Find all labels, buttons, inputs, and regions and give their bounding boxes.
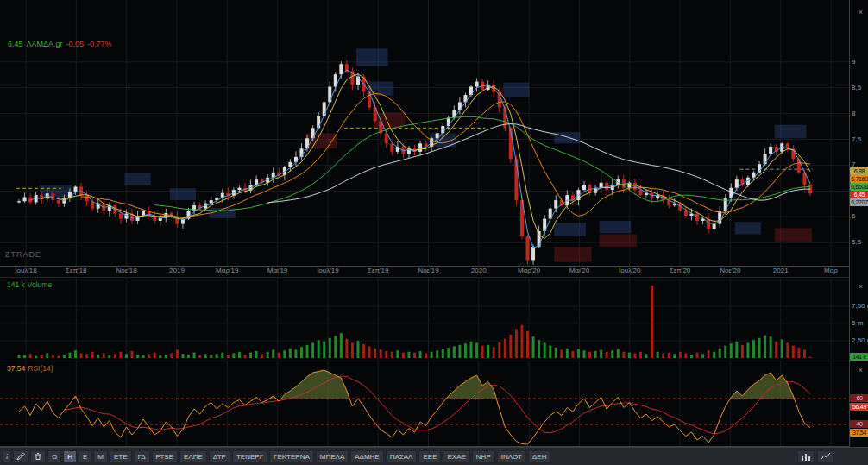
- ticker-change: -0,05: [66, 40, 85, 48]
- axis-tick-label: 5,5: [852, 238, 861, 247]
- rsi-chart[interactable]: [0, 361, 849, 447]
- price-badge: 6,6608: [850, 183, 868, 191]
- ticker-button-ΕΧΑΕ[interactable]: ΕΧΑΕ: [443, 450, 469, 463]
- date-tick-label: Σεπ'19: [368, 267, 388, 274]
- ticker-button-ΙΝΛΟΤ[interactable]: ΙΝΛΟΤ: [497, 450, 526, 463]
- volume-badge: 141 k: [850, 353, 868, 361]
- axis-tick-label: 8,5: [852, 84, 861, 92]
- date-tick-label: Μαρ: [824, 267, 838, 274]
- ticker-button-ΜΠΕΛΑ[interactable]: ΜΠΕΛΑ: [316, 450, 349, 463]
- price-badge: 6,45: [850, 191, 868, 198]
- date-tick-label: Μαρ'19: [216, 267, 238, 274]
- rsi-indicator-name: RSI(14): [28, 364, 53, 373]
- trading-chart-app: 6,45ΛΑΜΔΑ.gr-0,05-0,77% ZTRADE Ιουλ'18Σε…: [0, 0, 868, 465]
- ticker-button-FTSE[interactable]: FTSE: [152, 450, 178, 463]
- price-badge: 6,2707: [850, 198, 868, 206]
- timeframe-button-Ω[interactable]: Ω: [47, 450, 61, 463]
- ticker-button-ΔΕΗ[interactable]: ΔΕΗ: [528, 450, 550, 463]
- timeframe-button-Ε[interactable]: Ε: [79, 450, 91, 463]
- ticker-change-pct: -0,77%: [87, 40, 112, 48]
- date-tick-label: 2020: [471, 267, 487, 274]
- date-tick-label: Ιουλ'20: [619, 267, 640, 274]
- timeframe-button-Η[interactable]: Η: [63, 450, 77, 463]
- date-tick-label: 2021: [773, 267, 789, 274]
- bar-chart-icon: [801, 452, 811, 461]
- timeframe-button-Μ[interactable]: Μ: [93, 450, 108, 463]
- price-badge: 6,88: [850, 167, 868, 175]
- ztrade-watermark: ZTRADE: [5, 250, 41, 259]
- date-tick-label: Νοε'20: [720, 267, 740, 274]
- rsi-label: 37,54RSI(14): [7, 364, 53, 373]
- price-scale-axis[interactable]: 98,587,576,565,57,50 m5 m2,50 m6,886,716…: [849, 0, 868, 447]
- rsi-panel[interactable]: [0, 361, 849, 447]
- ticker-button-ΕΤΕ[interactable]: ΕΤΕ: [110, 450, 132, 463]
- axis-tick-label: 7,50 m: [852, 302, 868, 311]
- date-tick-label: Ιουλ'19: [317, 267, 338, 274]
- ticker-button-ΑΔΜΗΕ[interactable]: ΑΔΜΗΕ: [350, 450, 383, 463]
- ticker-button-ΕΛΠΕ[interactable]: ΕΛΠΕ: [179, 450, 207, 463]
- ticker-button-ΝΗΡ[interactable]: ΝΗΡ: [472, 450, 495, 463]
- volume-value: 141 k: [7, 280, 25, 289]
- volume-label: 141 kVolume: [7, 280, 52, 289]
- date-tick-label: Νοε'19: [418, 267, 438, 274]
- panel-separator: [0, 277, 868, 278]
- ticker-symbol: ΛΑΜΔΑ.gr: [27, 40, 63, 48]
- close-rsi-panel-icon[interactable]: ×: [856, 365, 865, 374]
- line-chart-icon: [821, 452, 831, 461]
- date-tick-label: Μαι'20: [569, 267, 590, 274]
- panel-separator: [0, 266, 868, 267]
- axis-tick-label: 6: [852, 212, 855, 221]
- price-badge: 6,7160: [850, 175, 868, 183]
- ticker-button-ΠΑΣΑΛ[interactable]: ΠΑΣΑΛ: [386, 450, 418, 463]
- axis-tick-label: 7,5: [852, 135, 861, 144]
- date-tick-label: 2019: [169, 267, 185, 274]
- ticker-info: 6,45ΛΑΜΔΑ.gr-0,05-0,77%: [8, 40, 116, 48]
- volume-panel[interactable]: [0, 278, 849, 360]
- rsi-level-badge: 40: [850, 420, 868, 428]
- info-button[interactable]: i: [3, 450, 11, 463]
- date-tick-label: Σεπ'18: [66, 267, 86, 274]
- rsi-value: 37,54: [7, 364, 25, 373]
- volume-chart[interactable]: [0, 278, 849, 360]
- close-price-panel-icon[interactable]: ×: [856, 7, 865, 16]
- date-tick-label: Μαρ'20: [518, 267, 540, 274]
- ticker-button-ΔΤΡ[interactable]: ΔΤΡ: [209, 450, 230, 463]
- bottom-toolbar: iΩΗΕΜΕΤΕΓΔFTSEΕΛΠΕΔΤΡΤΕΝΕΡΓΓΕΚΤΕΡΝΑΜΠΕΛΑ…: [0, 447, 868, 465]
- volume-indicator-name: Volume: [28, 280, 52, 289]
- ticker-button-ΤΕΝΕΡΓ[interactable]: ΤΕΝΕΡΓ: [232, 450, 267, 463]
- date-tick-label: Ιουλ'18: [15, 267, 36, 274]
- candlestick-chart[interactable]: [0, 0, 849, 266]
- date-axis[interactable]: Ιουλ'18Σεπ'18Νοε'182019Μαρ'19Μαι'19Ιουλ'…: [0, 267, 849, 277]
- axis-tick-label: 9: [852, 58, 855, 66]
- pencil-icon: [16, 452, 25, 461]
- line-chart-view-button[interactable]: [817, 450, 834, 463]
- panel-separator: [0, 361, 868, 361]
- date-tick-label: Σεπ'20: [670, 267, 690, 274]
- ticker-button-ΕΕΕ[interactable]: ΕΕΕ: [418, 450, 441, 463]
- trash-icon: [34, 452, 42, 461]
- ticker-button-ΓΕΚΤΕΡΝΑ[interactable]: ΓΕΚΤΕΡΝΑ: [269, 450, 314, 463]
- axis-tick-label: 8: [852, 110, 855, 118]
- axis-tick-label: 2,50 m: [852, 336, 868, 345]
- date-tick-label: Μαι'19: [267, 267, 288, 274]
- rsi-level-badge: 60: [850, 394, 868, 402]
- price-chart-panel[interactable]: 6,45ΛΑΜΔΑ.gr-0,05-0,77% ZTRADE: [0, 0, 849, 266]
- delete-drawing-button[interactable]: [30, 450, 46, 463]
- rsi-badge: 56,49: [850, 403, 868, 411]
- close-volume-panel-icon[interactable]: ×: [856, 281, 865, 291]
- draw-button[interactable]: [13, 450, 28, 463]
- rsi-badge: 37,54: [850, 429, 868, 437]
- toolbar-right-icons: [797, 450, 834, 463]
- bar-chart-view-button[interactable]: [797, 450, 815, 463]
- date-tick-label: Νοε'18: [116, 267, 137, 274]
- axis-tick-label: 5 m: [852, 319, 863, 328]
- ticker-button-ΓΔ[interactable]: ΓΔ: [134, 450, 150, 463]
- ticker-last-price: 6,45: [8, 40, 23, 48]
